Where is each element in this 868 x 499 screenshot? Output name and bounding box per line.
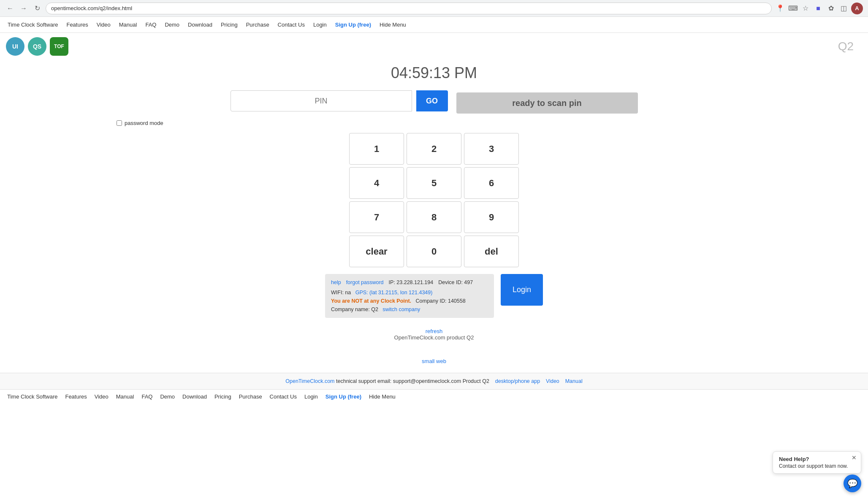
key-0[interactable]: 0: [407, 236, 461, 267]
key-9[interactable]: 9: [464, 201, 519, 233]
key-2[interactable]: 2: [407, 133, 461, 165]
small-web-row: small web: [422, 358, 446, 364]
qs-logo-button[interactable]: QS: [28, 37, 46, 56]
password-mode-checkbox[interactable]: [117, 120, 122, 126]
warning-text: You are NOT at any Clock Point.: [331, 298, 411, 304]
key-6[interactable]: 6: [464, 167, 519, 199]
company-id: Company ID: 140558: [416, 298, 466, 304]
main-content: 04:59:13 PM GO ready to scan pin passwor…: [0, 60, 868, 364]
footer-nav-download[interactable]: Download: [179, 392, 210, 401]
nav-manual[interactable]: Manual: [116, 20, 141, 30]
forgot-password-link[interactable]: forgot password: [346, 278, 384, 287]
browser-bar: ← → ↻ opentimeclock.com/q2/index.html 📍 …: [0, 0, 868, 17]
extension2-icon[interactable]: ✿: [826, 3, 836, 14]
forward-button[interactable]: →: [19, 3, 29, 14]
password-mode-row: password mode: [117, 120, 163, 126]
reload-button[interactable]: ↻: [32, 3, 42, 14]
browser-icons: 📍 ⌨ ☆ ■ ✿ ◫ A: [775, 3, 863, 14]
key-4[interactable]: 4: [349, 167, 404, 199]
wifi-display: WIFI: na: [331, 290, 351, 296]
ui-logo-button[interactable]: UI: [6, 37, 24, 56]
nav-demo[interactable]: Demo: [161, 20, 183, 30]
key-5[interactable]: 5: [407, 167, 461, 199]
product-line: OpenTimeClock.com product Q2: [394, 334, 474, 341]
footer-nav-purchase[interactable]: Purchase: [236, 392, 265, 401]
footer-nav-timeclock[interactable]: Time Clock Software: [4, 392, 60, 401]
keypad: 1 2 3 4 5 6 7 8 9 clear 0 del: [349, 133, 519, 267]
gps-display: GPS: (lat 31.2115, lon 121.4349): [355, 290, 433, 296]
clock-display: 04:59:13 PM: [0, 64, 868, 82]
info-login-row: help forgot password IP: 23.228.121.194 …: [325, 274, 543, 318]
nav-login[interactable]: Login: [310, 20, 330, 30]
small-web-link[interactable]: small web: [422, 358, 446, 364]
footer-nav-hidemenu[interactable]: Hide Menu: [366, 392, 399, 401]
pin-row: GO: [231, 90, 448, 111]
nav-video[interactable]: Video: [93, 20, 114, 30]
nav-download[interactable]: Download: [184, 20, 216, 30]
back-button[interactable]: ←: [5, 3, 15, 14]
footer-bottom-nav: Time Clock Software Features Video Manua…: [0, 389, 868, 404]
tof-logo-button[interactable]: TOF: [50, 37, 68, 56]
extension1-icon[interactable]: ■: [813, 3, 823, 14]
login-button[interactable]: Login: [501, 274, 543, 306]
nav-signup[interactable]: Sign Up (free): [332, 20, 374, 30]
device-id-display: Device ID: 497: [438, 278, 473, 287]
bottom-links: refresh OpenTimeClock.com product Q2: [394, 328, 474, 341]
help-link[interactable]: help: [331, 278, 341, 287]
bookmark-icon[interactable]: ☆: [800, 3, 811, 14]
location-icon[interactable]: 📍: [775, 3, 785, 14]
ip-display: IP: 23.228.121.194: [389, 278, 434, 287]
nav-features[interactable]: Features: [63, 20, 91, 30]
footer-support-text: technical support email: support@opentim…: [336, 378, 489, 384]
footer-manual[interactable]: Manual: [565, 378, 583, 384]
nav-pricing[interactable]: Pricing: [217, 20, 241, 30]
footer-main: OpenTimeClock.com technical support emai…: [0, 373, 868, 389]
company-name: Company name: Q2: [331, 306, 378, 312]
footer-site-link[interactable]: OpenTimeClock.com: [285, 378, 334, 384]
footer-nav-features[interactable]: Features: [62, 392, 90, 401]
footer-nav-video[interactable]: Video: [92, 392, 111, 401]
footer-nav-demo[interactable]: Demo: [157, 392, 178, 401]
refresh-link[interactable]: refresh: [426, 328, 442, 334]
info-panel: help forgot password IP: 23.228.121.194 …: [325, 274, 494, 318]
footer-nav-contact[interactable]: Contact Us: [267, 392, 300, 401]
key-del[interactable]: del: [464, 236, 519, 267]
footer-desktop-app[interactable]: desktop/phone app: [495, 378, 540, 384]
ready-banner: ready to scan pin: [456, 92, 638, 114]
switch-company-link[interactable]: switch company: [382, 306, 420, 312]
footer-nav-login[interactable]: Login: [301, 392, 321, 401]
nav-timeclock[interactable]: Time Clock Software: [4, 20, 61, 30]
nav-hidemenu[interactable]: Hide Menu: [376, 20, 410, 30]
key-1[interactable]: 1: [349, 133, 404, 165]
footer-nav-manual[interactable]: Manual: [113, 392, 137, 401]
key-clear[interactable]: clear: [349, 236, 404, 267]
pin-input[interactable]: [231, 90, 412, 111]
nav-purchase[interactable]: Purchase: [243, 20, 273, 30]
footer-nav-signup[interactable]: Sign Up (free): [323, 392, 364, 401]
key-7[interactable]: 7: [349, 201, 404, 233]
q2-label: Q2: [838, 40, 862, 53]
profile-avatar[interactable]: A: [851, 3, 863, 14]
screenshot-icon[interactable]: ⌨: [788, 3, 798, 14]
password-mode-label: password mode: [125, 120, 163, 126]
key-8[interactable]: 8: [407, 201, 461, 233]
go-button[interactable]: GO: [416, 90, 448, 111]
top-navigation: Time Clock Software Features Video Manua…: [0, 17, 868, 33]
footer-video[interactable]: Video: [546, 378, 559, 384]
extensions-icon[interactable]: ◫: [838, 3, 849, 14]
logo-row: UI QS TOF Q2: [0, 33, 868, 60]
footer-nav-pricing[interactable]: Pricing: [212, 392, 234, 401]
footer-nav-faq[interactable]: FAQ: [138, 392, 155, 401]
address-bar[interactable]: opentimeclock.com/q2/index.html: [46, 3, 772, 14]
nav-faq[interactable]: FAQ: [142, 20, 160, 30]
key-3[interactable]: 3: [464, 133, 519, 165]
nav-contact[interactable]: Contact Us: [274, 20, 308, 30]
